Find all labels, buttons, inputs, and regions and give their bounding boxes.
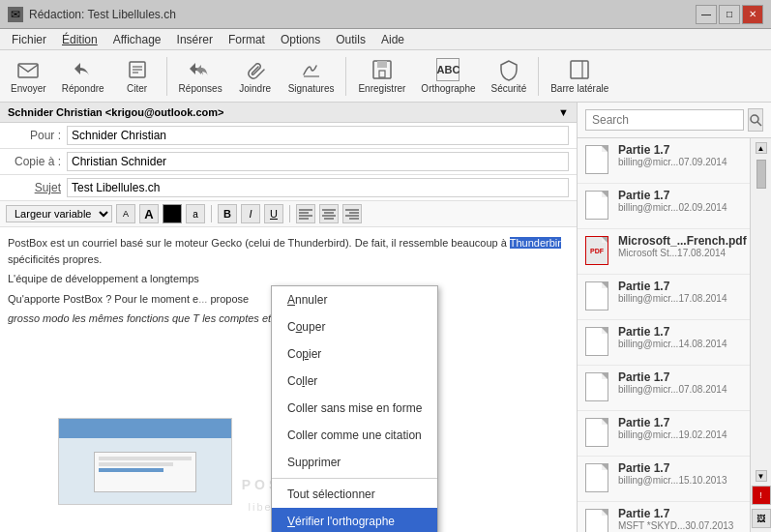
- ctx-annuler[interactable]: Annuler: [272, 286, 437, 313]
- item-title-2: Partie 1.7: [618, 189, 742, 202]
- item-sub-7: billing@micr...19.02.2014: [618, 429, 742, 440]
- citer-button[interactable]: Citer: [113, 53, 162, 100]
- ctx-copier[interactable]: Copier: [272, 340, 437, 368]
- copie-input[interactable]: [67, 152, 569, 171]
- envoyer-label: Envoyer: [11, 83, 46, 94]
- side-action-icon-red[interactable]: !: [752, 486, 771, 505]
- orthographe-button[interactable]: ABC Orthographe: [414, 53, 482, 100]
- file-icon-8: [585, 463, 612, 496]
- cite-icon: [126, 58, 149, 81]
- reponses-button[interactable]: Réponses: [172, 53, 229, 100]
- minimize-button[interactable]: —: [696, 5, 717, 24]
- repondre-label: Répondre: [62, 83, 104, 94]
- menu-edition[interactable]: Édition: [54, 31, 105, 48]
- window-title: Rédaction: Test Libellules.ch: [29, 8, 176, 21]
- ctx-tout-selectionner[interactable]: Tout sélectionner: [272, 481, 437, 508]
- menu-format[interactable]: Format: [221, 31, 273, 48]
- item-title-7: Partie 1.7: [618, 416, 742, 429]
- item-sub-6: billing@micr...07.08.2014: [618, 384, 742, 395]
- width-select[interactable]: Largeur variable: [6, 205, 112, 222]
- spellcheck-icon: ABC: [436, 58, 460, 81]
- sidebar-item[interactable]: Partie 1.7 MSFT *SKYD...30.07.2013: [578, 502, 750, 532]
- side-action-icon-img[interactable]: 🖼: [752, 509, 771, 528]
- menu-outils[interactable]: Outils: [328, 31, 373, 48]
- body-text-area[interactable]: PostBox est un courriel basé sur le mote…: [0, 227, 577, 532]
- ctx-coller-citation[interactable]: Coller comme une citation: [272, 422, 437, 449]
- sidebar-list: Partie 1.7 billing@micr...07.09.2014 Par…: [578, 138, 771, 532]
- menu-bar: Fichier Édition Affichage Insérer Format…: [0, 29, 771, 50]
- sidebar-item[interactable]: PDF Microsoft_...French.pdf Microsoft St…: [578, 229, 750, 275]
- app-icon: ✉: [8, 7, 23, 22]
- sidebar-item[interactable]: Partie 1.7 billing@micr...07.09.2014: [578, 138, 750, 184]
- search-button[interactable]: [748, 108, 763, 132]
- svg-point-23: [751, 115, 758, 123]
- from-label: Schnider Christian <krigou@outlook.com>: [8, 106, 223, 118]
- menu-inserer[interactable]: Insérer: [169, 31, 221, 48]
- font-size-small-button[interactable]: A: [116, 204, 135, 223]
- search-bar: [578, 103, 771, 138]
- signatures-button[interactable]: Signatures: [282, 53, 341, 100]
- font-size-large-button[interactable]: A: [139, 204, 159, 223]
- main-content: Schnider Christian <krigou@outlook.com> …: [0, 103, 771, 532]
- barre-laterale-button[interactable]: Barre latérale: [544, 53, 615, 100]
- sidebar-item[interactable]: Partie 1.7 billing@micr...15.10.2013: [578, 457, 750, 502]
- attach-icon: [244, 58, 267, 81]
- align-right-button[interactable]: [342, 204, 362, 223]
- ctx-coller[interactable]: Coller: [272, 368, 437, 395]
- sidebar-item[interactable]: Partie 1.7 billing@micr...02.09.2014: [578, 184, 750, 229]
- sidebar-item[interactable]: Partie 1.7 billing@micr...17.08.2014: [578, 275, 750, 320]
- item-title-6: Partie 1.7: [618, 370, 742, 384]
- format-sep-1: [211, 205, 212, 222]
- replies-icon: [189, 58, 212, 81]
- bold-button[interactable]: B: [218, 204, 237, 223]
- sujet-label: Sujet: [8, 181, 61, 194]
- ctx-coller-sans[interactable]: Coller sans mise en forme: [272, 395, 437, 422]
- align-left-button[interactable]: [296, 204, 315, 223]
- align-center-button[interactable]: [319, 204, 339, 223]
- context-menu: Annuler Couper Copier Coller Coller sans…: [271, 285, 438, 532]
- copie-row: Copie à :: [0, 149, 577, 175]
- enregistrer-button[interactable]: Enregistrer: [351, 53, 412, 100]
- svg-rect-8: [379, 71, 385, 77]
- maximize-button[interactable]: □: [719, 5, 740, 24]
- envoyer-button[interactable]: Envoyer: [4, 53, 53, 100]
- close-button[interactable]: ✕: [742, 5, 763, 24]
- menu-options[interactable]: Options: [273, 31, 328, 48]
- sidebar-item[interactable]: Partie 1.7 billing@micr...07.08.2014: [578, 366, 750, 411]
- sidebar-item[interactable]: Partie 1.7 billing@micr...19.02.2014: [578, 411, 750, 457]
- from-dropdown[interactable]: ▼: [558, 106, 569, 118]
- color-swatch[interactable]: [163, 204, 182, 223]
- text-color-label[interactable]: a: [186, 204, 205, 223]
- joindre-button[interactable]: Joindre: [231, 53, 280, 100]
- send-icon: [16, 58, 40, 81]
- sidebar-item[interactable]: Partie 1.7 billing@micr...14.08.2014: [578, 320, 750, 366]
- reply-icon: [72, 58, 95, 81]
- search-input[interactable]: [585, 109, 744, 131]
- item-sub-2: billing@micr...02.09.2014: [618, 202, 742, 213]
- underline-button[interactable]: U: [264, 204, 283, 223]
- repondre-button[interactable]: Répondre: [55, 53, 111, 100]
- file-icon-7: [585, 418, 612, 451]
- title-bar: ✉ Rédaction: Test Libellules.ch — □ ✕: [0, 0, 771, 29]
- scrollbar-thumb[interactable]: [756, 160, 766, 189]
- securite-button[interactable]: Sécurité: [485, 53, 534, 100]
- pour-input[interactable]: [67, 126, 569, 145]
- ctx-verifier-orthographe[interactable]: Vérifier l'orthographe: [272, 508, 437, 532]
- signature-icon: [300, 58, 323, 81]
- from-bar: Schnider Christian <krigou@outlook.com> …: [0, 103, 577, 123]
- format-sep-2: [289, 205, 290, 222]
- signatures-label: Signatures: [288, 83, 335, 94]
- barre-laterale-label: Barre latérale: [550, 83, 608, 94]
- ctx-supprimer[interactable]: Supprimer: [272, 449, 437, 476]
- italic-button[interactable]: I: [241, 204, 260, 223]
- scroll-up-arrow[interactable]: ▲: [756, 142, 767, 154]
- scroll-down-arrow[interactable]: ▼: [756, 470, 767, 482]
- toolbar-sep-3: [538, 57, 539, 96]
- ctx-couper[interactable]: Couper: [272, 313, 437, 340]
- sujet-input[interactable]: [67, 178, 569, 197]
- menu-fichier[interactable]: Fichier: [4, 31, 54, 48]
- menu-aide[interactable]: Aide: [373, 31, 412, 48]
- item-sub-1: billing@micr...07.09.2014: [618, 157, 742, 167]
- menu-affichage[interactable]: Affichage: [105, 31, 169, 48]
- file-icon-5: [585, 327, 612, 360]
